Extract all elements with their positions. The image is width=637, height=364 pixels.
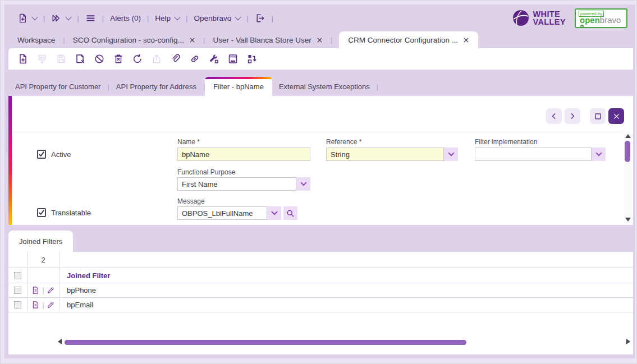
active-label: Active: [51, 150, 71, 159]
close-icon[interactable]: [317, 37, 323, 43]
application-window: | | | Alerts (0) | Help | Openbravo | |: [0, 0, 637, 364]
functional-purpose-field-wrap: [177, 177, 310, 191]
menu-separator: |: [186, 14, 187, 22]
alerts-menu[interactable]: Alerts (0): [110, 14, 141, 22]
process-icon[interactable]: [208, 53, 219, 64]
grid-row-bpphone[interactable]: | bpPhone: [8, 283, 633, 298]
save-close-icon[interactable]: [75, 53, 86, 64]
maximize-button[interactable]: [590, 108, 606, 124]
tab-crm-connector-configuration[interactable]: CRM Connector Configuration ...: [339, 31, 478, 48]
help-menu[interactable]: Help: [155, 14, 180, 22]
scroll-down-arrow[interactable]: [625, 218, 631, 222]
logout-icon: [255, 13, 265, 24]
name-input[interactable]: [177, 148, 310, 161]
close-form-button[interactable]: [608, 108, 624, 124]
filter-implementation-input[interactable]: [475, 148, 592, 161]
scroll-up-arrow[interactable]: [625, 134, 631, 138]
quick-launch-menu[interactable]: [51, 13, 71, 24]
filter-implementation-field-wrap: [475, 148, 606, 161]
menu-separator: |: [102, 14, 104, 22]
translatable-label: Translatable: [51, 209, 91, 217]
tab-sco-configuration[interactable]: SCO Configuration - sco-config...: [72, 31, 196, 48]
user-menu[interactable]: Openbravo: [194, 14, 240, 22]
next-record-button[interactable]: [565, 108, 580, 124]
export-icon: [151, 53, 162, 64]
chevron-down-icon: [271, 209, 277, 215]
openbravo-logo: powered by openbravo: [575, 8, 627, 28]
new-window-menu[interactable]: [17, 13, 37, 24]
menu-separator: |: [77, 14, 79, 22]
delete-icon[interactable]: [113, 53, 124, 64]
functional-purpose-dropdown-button[interactable]: [296, 177, 310, 191]
header-icons-cell: [28, 268, 59, 283]
menu-separator: |: [147, 14, 149, 22]
chevron-down-icon: [66, 14, 72, 20]
column-header-joined-filter[interactable]: Joined Filter: [67, 271, 110, 280]
brand-area: WHITEVALLEY powered by openbravo: [512, 8, 627, 28]
filter-implementation-label: Filter implementation: [475, 138, 537, 146]
top-menu-bar: | | | Alerts (0) | Help | Openbravo | |: [4, 4, 635, 31]
summary-cell-empty: [8, 252, 28, 268]
attachment-icon[interactable]: [170, 53, 181, 64]
reference-dropdown-button[interactable]: [444, 148, 458, 161]
save-icon: [56, 53, 67, 64]
joined-filters-tab[interactable]: Joined Filters: [8, 231, 73, 252]
scroll-right-arrow[interactable]: [626, 339, 630, 344]
grid-summary-row: 2: [8, 252, 633, 268]
cell-joined-filter[interactable]: bpEmail: [59, 298, 633, 312]
tab-label: User - Vall Blanca Store User: [213, 36, 311, 44]
scroll-left-arrow[interactable]: [58, 339, 62, 344]
new-record-icon[interactable]: [17, 53, 29, 64]
window-tab-bar: Workspace | SCO Configuration - sco-conf…: [4, 31, 635, 48]
message-input[interactable]: [177, 206, 267, 220]
translatable-checkbox[interactable]: [37, 208, 46, 217]
undo-cancel-icon[interactable]: [94, 53, 105, 64]
main-menu-button[interactable]: [85, 13, 96, 24]
previous-record-button[interactable]: [546, 108, 562, 124]
record-form: Active Name * Reference * Filter impleme…: [8, 96, 633, 225]
cell-joined-filter[interactable]: bpPhone: [59, 283, 633, 297]
functional-purpose-input[interactable]: [177, 177, 296, 191]
refresh-icon[interactable]: [132, 53, 143, 64]
open-record-icon[interactable]: [31, 301, 40, 309]
subtab-filter-bpname[interactable]: Filter - bpName: [205, 77, 272, 96]
chevron-down-icon: [448, 150, 454, 156]
edit-record-icon[interactable]: [47, 286, 55, 294]
close-icon[interactable]: [189, 37, 195, 43]
reference-field-wrap: [326, 148, 458, 161]
tab-label: Workspace: [17, 36, 55, 44]
subtab-api-property-address[interactable]: API Property for Address: [109, 77, 203, 96]
active-checkbox[interactable]: [37, 150, 46, 159]
row-checkbox[interactable]: [14, 287, 21, 294]
reference-label: Reference *: [326, 138, 361, 146]
form-grid-toggle-icon[interactable]: [227, 53, 239, 64]
edit-record-icon[interactable]: [47, 301, 55, 309]
tab-workspace[interactable]: Workspace: [16, 31, 56, 48]
user-menu-label: Openbravo: [194, 14, 231, 22]
subtab-external-system-exceptions[interactable]: External System Exceptions: [272, 77, 377, 96]
subtab-api-property-customer[interactable]: API Property for Customer: [8, 77, 107, 96]
tab-user-vall-blanca[interactable]: User - Vall Blanca Store User: [212, 31, 323, 48]
chevron-down-icon: [174, 14, 180, 20]
row-checkbox[interactable]: [14, 301, 21, 308]
message-search-button[interactable]: [283, 206, 297, 220]
message-dropdown-button[interactable]: [267, 206, 281, 220]
scrollbar-thumb[interactable]: [625, 141, 630, 162]
filter-implementation-dropdown-button[interactable]: [592, 148, 606, 161]
chevron-down-icon: [300, 179, 306, 186]
open-record-icon[interactable]: [31, 286, 40, 294]
close-icon[interactable]: [463, 37, 469, 43]
grid-row-bpemail[interactable]: | bpEmail: [8, 298, 633, 312]
tree-view-icon[interactable]: [246, 53, 258, 64]
white-valley-globe-icon: [512, 10, 529, 26]
tab-separator: |: [63, 31, 65, 48]
logout-button[interactable]: [255, 13, 265, 24]
message-field-wrap: [177, 206, 297, 220]
horizontal-scrollbar-thumb[interactable]: [65, 340, 466, 345]
reference-input[interactable]: [326, 148, 444, 161]
icon-separator: |: [42, 301, 44, 309]
form-vertical-scrollbar[interactable]: [624, 132, 632, 224]
select-all-checkbox[interactable]: [14, 272, 21, 279]
message-label: Message: [177, 197, 205, 205]
link-icon[interactable]: [189, 53, 200, 64]
